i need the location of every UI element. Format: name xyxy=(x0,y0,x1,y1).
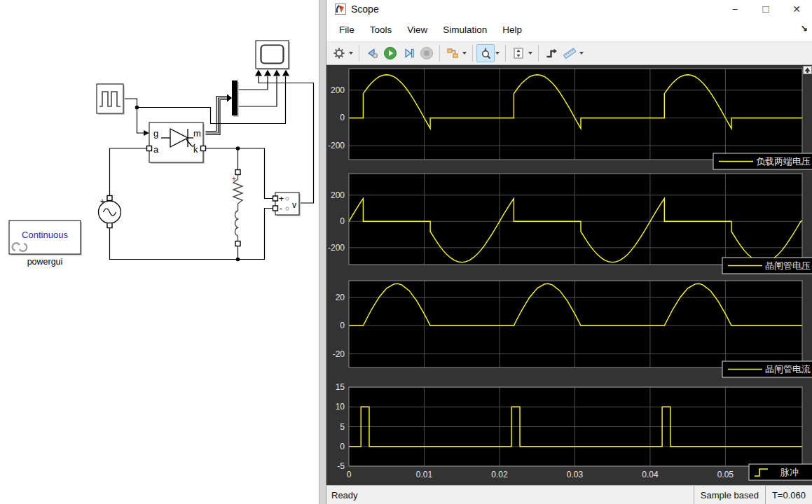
scope-input-ports xyxy=(255,70,289,76)
toolbar-separator xyxy=(439,45,440,62)
run-button[interactable] xyxy=(381,44,399,62)
signal-wires xyxy=(110,76,314,260)
demux-block[interactable] xyxy=(232,80,239,117)
voltage-measurement-block[interactable]: + - v xyxy=(273,192,301,216)
demux-bar[interactable] xyxy=(232,80,238,115)
y-tick-label: 200 xyxy=(331,85,345,95)
pulse-generator-block[interactable] xyxy=(97,84,125,115)
menu-item-view[interactable]: View xyxy=(399,20,435,39)
settings-dropdown-arrow[interactable] xyxy=(349,52,353,55)
rl-branch-block[interactable]: + xyxy=(232,170,242,246)
junction-dot xyxy=(236,146,240,150)
scope-plot-thyristor-current[interactable]: 200-20晶闸管电流 xyxy=(333,281,812,377)
close-button[interactable]: ✕ xyxy=(781,0,812,18)
y-tick-label: 200 xyxy=(331,190,345,200)
source-plus-port xyxy=(107,196,112,201)
menu-item-tools[interactable]: Tools xyxy=(362,20,400,39)
gate-input-arrow xyxy=(144,130,149,136)
trigger-button[interactable] xyxy=(542,44,560,62)
scope-plot-pulse[interactable]: 151050-500.010.020.030.040.05脉冲 xyxy=(336,382,812,480)
titlebar[interactable]: Scope – □ ✕ xyxy=(326,0,812,18)
x-tick-label: 0.02 xyxy=(491,470,508,479)
toolbar-separator xyxy=(538,45,539,62)
scope-port-4 xyxy=(282,70,289,76)
scope-block[interactable] xyxy=(255,41,290,76)
plot-background[interactable] xyxy=(349,281,802,368)
toolbar-separator xyxy=(505,45,506,62)
y-tick-label: 0 xyxy=(340,216,345,226)
thyristor-block[interactable]: g m a k xyxy=(144,122,206,164)
y-tick-label: -5 xyxy=(337,461,345,471)
wire-bottom-rail xyxy=(110,209,273,260)
panel-arrow-icon xyxy=(804,66,811,74)
vmeter-output-label: v xyxy=(292,200,296,210)
gear-icon xyxy=(333,47,345,59)
status-sample-mode: Sample based xyxy=(694,486,765,504)
scope-plot-thyristor-voltage[interactable]: 2000-200晶闸管电压 xyxy=(328,174,812,274)
menu-item-file[interactable]: File xyxy=(331,20,362,39)
scale-y-dropdown-arrow[interactable] xyxy=(528,52,532,55)
y-tick-label: 20 xyxy=(336,293,345,302)
scope-plot-load-voltage[interactable]: 2000-200负载两端电压 xyxy=(328,69,812,169)
wire-vmeter-to-scope xyxy=(259,76,314,203)
vmeter-plus-port xyxy=(273,196,278,201)
menu-item-simulation[interactable]: Simulation xyxy=(435,20,495,39)
powergui-block[interactable]: Continuous powergui xyxy=(9,220,82,267)
signal-selector-dropdown-arrow[interactable] xyxy=(462,52,467,55)
step-back-icon xyxy=(366,47,379,59)
wire-pulse-out xyxy=(123,99,137,108)
vmeter-minus-port xyxy=(273,206,278,211)
cathode-port xyxy=(201,146,206,151)
toolbar xyxy=(326,41,812,65)
zoom-tool-button[interactable] xyxy=(476,44,495,62)
status-state: Ready xyxy=(326,486,694,504)
x-tick-label: 0.03 xyxy=(567,470,584,479)
zoom-dropdown-arrow[interactable] xyxy=(495,52,500,55)
x-tick-label: 0.05 xyxy=(717,470,734,479)
y-tick-label: -200 xyxy=(328,141,345,150)
signal-selector-button[interactable] xyxy=(443,44,462,62)
y-tick-label: -200 xyxy=(328,243,345,253)
scope-port-2 xyxy=(264,70,271,76)
wire-source-to-anode xyxy=(110,148,147,201)
legend-label: 晶闸管电压 xyxy=(765,260,811,271)
x-tick-label: 0.04 xyxy=(642,470,659,479)
scope-display-canvas: 2000-200负载两端电压 2000-200晶闸管电压 200-20晶闸管电流… xyxy=(326,65,812,485)
measurements-button[interactable] xyxy=(560,44,579,62)
measurements-dropdown-arrow[interactable] xyxy=(579,52,584,55)
settings-button[interactable] xyxy=(330,44,348,62)
rl-bottom-port xyxy=(235,241,240,246)
inductor-icon xyxy=(235,211,238,236)
anode-port xyxy=(147,146,152,151)
window-title: Scope xyxy=(351,4,379,15)
ac-source-block[interactable]: + xyxy=(99,196,121,228)
scale-y-axis-button[interactable] xyxy=(509,44,528,62)
toolbar-separator xyxy=(359,45,359,62)
ruler-icon xyxy=(563,47,577,59)
scale-y-axis-icon xyxy=(512,47,525,59)
menu-item-help[interactable]: Help xyxy=(495,20,530,39)
scope-window: Scope – □ ✕ File Tools View Simulation H… xyxy=(326,0,812,504)
legend-label: 晶闸管电流 xyxy=(765,364,811,374)
legend-label: 脉冲 xyxy=(780,467,799,477)
collapse-panel-button[interactable] xyxy=(803,66,812,74)
dock-scope-icon[interactable]: ↘ xyxy=(801,23,808,33)
maximize-button[interactable]: □ xyxy=(750,0,781,18)
statusbar: Ready Sample based T=0.060 xyxy=(326,485,812,504)
scope-window-icon xyxy=(335,4,346,15)
step-back-button[interactable] xyxy=(363,44,381,62)
pulse-generator-body[interactable] xyxy=(97,84,123,113)
plot-background[interactable] xyxy=(349,174,802,265)
source-plus-label: + xyxy=(100,197,104,205)
stop-button[interactable] xyxy=(418,44,436,62)
window-divider[interactable] xyxy=(319,0,326,504)
minimize-button[interactable]: – xyxy=(720,0,750,18)
junction-dot xyxy=(135,106,139,110)
port-label-m: m xyxy=(193,128,201,139)
wire-pulse-to-scope xyxy=(137,76,286,124)
step-forward-button[interactable] xyxy=(399,44,418,62)
scope-port-1 xyxy=(255,70,262,76)
y-tick-label: 5 xyxy=(340,422,345,432)
simulink-model-canvas[interactable]: g m a k xyxy=(0,0,326,504)
status-sim-time: T=0.060 xyxy=(765,486,812,504)
